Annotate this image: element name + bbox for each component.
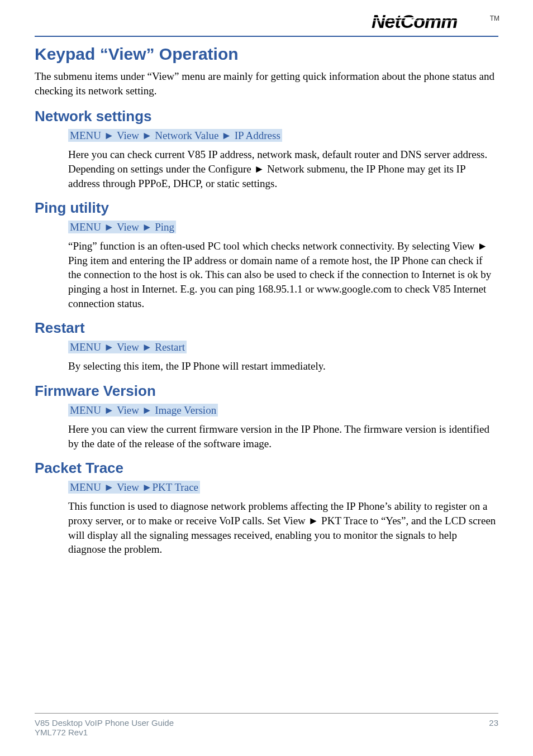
menu-path-packettrace: MENU ► View ►PKT Trace (68, 481, 498, 494)
menu-path-network: MENU ► View ► Network Value ► IP Address (68, 130, 498, 142)
page-footer: V85 Desktop VoIP Phone User Guide 23 YML… (35, 713, 498, 737)
menu-path-ping: MENU ► View ► Ping (68, 221, 498, 233)
menu-path-text: MENU ► View ► Image Version (68, 404, 218, 417)
section-heading-firmware: Firmware Version (35, 382, 498, 400)
section-body-packettrace: This function is used to diagnose networ… (68, 499, 496, 557)
menu-path-text: MENU ► View ► Restart (68, 341, 187, 353)
menu-path-text: MENU ► View ►PKT Trace (68, 481, 200, 494)
page-title: Keypad “View” Operation (35, 45, 498, 64)
brand-logo-container: NetComm TM (35, 11, 498, 32)
section-body-firmware: Here you can view the current firmware v… (68, 422, 496, 451)
footer-guide-title: V85 Desktop VoIP Phone User Guide (35, 718, 174, 728)
section-heading-network: Network settings (35, 108, 498, 125)
section-heading-ping: Ping utility (35, 199, 498, 217)
menu-path-text: MENU ► View ► Network Value ► IP Address (68, 129, 282, 142)
footer-page-number: 23 (489, 718, 498, 728)
section-body-restart: By selecting this item, the IP Phone wil… (68, 359, 496, 374)
netcomm-logo: NetComm (372, 11, 489, 32)
section-body-network: Here you can check current V85 IP addres… (68, 147, 496, 190)
intro-paragraph: The submenu items under “View” menu are … (35, 69, 498, 98)
header-divider (35, 36, 498, 37)
menu-path-restart: MENU ► View ► Restart (68, 341, 498, 353)
section-heading-packettrace: Packet Trace (35, 460, 498, 477)
menu-path-firmware: MENU ► View ► Image Version (68, 404, 498, 417)
svg-text:NetComm: NetComm (372, 11, 458, 32)
section-heading-restart: Restart (35, 319, 498, 337)
section-body-ping: “Ping” function is an often-used PC tool… (68, 239, 496, 310)
document-page: NetComm TM Keypad “View” Operation The s… (0, 0, 533, 756)
menu-path-text: MENU ► View ► Ping (68, 221, 176, 233)
footer-revision: YML772 Rev1 (35, 728, 498, 737)
trademark-symbol: TM (490, 15, 499, 22)
